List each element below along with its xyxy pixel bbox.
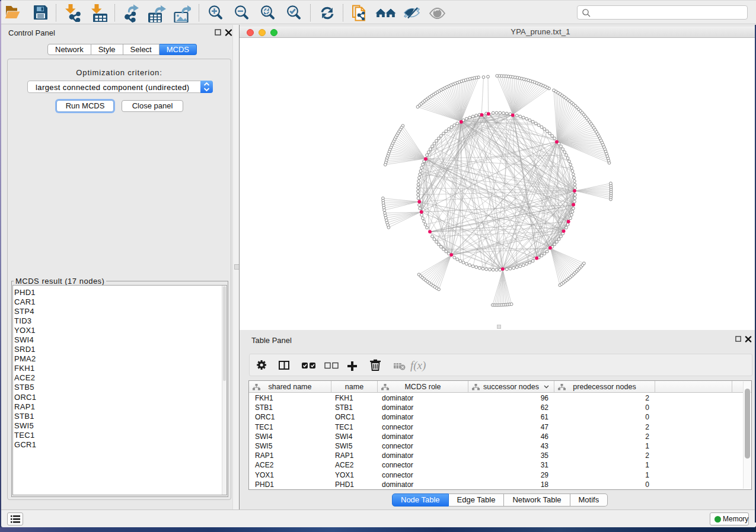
svg-text:f(x): f(x) xyxy=(410,359,426,372)
